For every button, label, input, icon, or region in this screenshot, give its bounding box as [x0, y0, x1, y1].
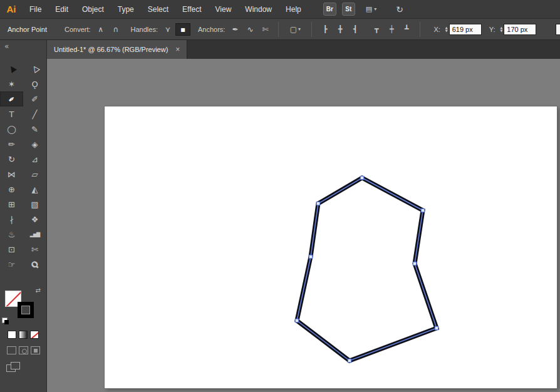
- direct-selection-tool-icon: ▷: [29, 64, 40, 75]
- tool-gradient[interactable]: ▧: [23, 197, 46, 212]
- tool-curvature[interactable]: ✐: [23, 91, 46, 106]
- anchors-button-group: ✒∿✄: [227, 23, 272, 36]
- tool-width[interactable]: ⋈: [0, 167, 23, 182]
- tool-perspective-grid[interactable]: ◭: [23, 182, 46, 197]
- menu-type[interactable]: Type: [111, 0, 141, 19]
- default-fill-stroke-button[interactable]: [2, 317, 8, 323]
- convert-to-corner-button[interactable]: ∧: [93, 23, 108, 36]
- tool-direct-selection[interactable]: ▷: [23, 61, 46, 76]
- menu-file[interactable]: File: [23, 0, 48, 19]
- align-vertical-center-button[interactable]: ┿: [384, 23, 399, 36]
- tool-line-segment[interactable]: ╱: [23, 106, 46, 121]
- draw-behind-button[interactable]: [19, 346, 28, 354]
- color-button[interactable]: [8, 331, 16, 339]
- cc-sync-icon[interactable]: ↻: [396, 4, 403, 14]
- hide-handles-button[interactable]: ⋎: [160, 23, 175, 36]
- anchor-point[interactable]: [295, 319, 299, 322]
- y-label: Y:: [489, 26, 495, 33]
- close-icon[interactable]: ×: [175, 45, 180, 54]
- tool-artboard[interactable]: ⊡: [0, 242, 23, 257]
- align-horizontal-center-button[interactable]: ╋: [333, 23, 348, 36]
- curvature-tool-icon: ✐: [31, 95, 38, 104]
- convert-to-smooth-button[interactable]: ∩: [108, 23, 123, 36]
- tool-blend[interactable]: ❖: [23, 212, 46, 227]
- none-button[interactable]: [30, 331, 39, 339]
- connect-endpoints-button[interactable]: ∿: [242, 23, 257, 36]
- screen-mode-button[interactable]: [6, 362, 21, 373]
- anchor-point[interactable]: [360, 176, 364, 180]
- menu-object[interactable]: Object: [75, 0, 111, 19]
- tool-eraser[interactable]: ◈: [23, 137, 46, 152]
- anchor-point[interactable]: [435, 326, 438, 330]
- align-horizontal-left-icon: ┣: [323, 25, 328, 33]
- tool-column-graph[interactable]: ▂▅▇: [23, 227, 46, 242]
- gradient-button[interactable]: [19, 331, 28, 339]
- anchor-point[interactable]: [421, 209, 425, 212]
- tools-panel: ▶▷✶Ǫ✒✐T╱◯✎✏◈↻⊿⋈▱⊕◭⊞▧∤❖♨▂▅▇⊡✄☞Ϙ ⇄: [0, 59, 47, 392]
- isolation-mode-button[interactable]: ▢ ▾: [284, 23, 306, 36]
- main-area: ▶▷✶Ǫ✒✐T╱◯✎✏◈↻⊿⋈▱⊕◭⊞▧∤❖♨▂▅▇⊡✄☞Ϙ ⇄: [0, 59, 560, 392]
- tool-slice[interactable]: ✄: [23, 242, 46, 257]
- tool-free-transform[interactable]: ▱: [23, 167, 46, 182]
- document-tab[interactable]: Untitled-1* @ 66.67% (RGB/Preview) ×: [47, 40, 187, 59]
- align-horizontal-left-button[interactable]: ┣: [318, 23, 333, 36]
- tool-magic-wand[interactable]: ✶: [0, 76, 23, 91]
- align-vertical-bottom-button[interactable]: ┻: [399, 23, 414, 36]
- y-stepper[interactable]: ▲ ▼: [500, 26, 502, 33]
- tool-shape-builder[interactable]: ⊕: [0, 182, 23, 197]
- menu-help[interactable]: Help: [279, 0, 308, 19]
- tool-lasso[interactable]: Ǫ: [23, 76, 46, 91]
- handles-button-group: ⋎▪: [160, 23, 190, 36]
- path-artwork[interactable]: [47, 59, 560, 392]
- panel-collapse-button[interactable]: «: [0, 40, 47, 59]
- tool-hand[interactable]: ☞: [0, 257, 23, 272]
- anchor-point[interactable]: [413, 262, 417, 266]
- menu-edit[interactable]: Edit: [48, 0, 75, 19]
- tool-rotate[interactable]: ↻: [0, 152, 23, 167]
- x-position-field[interactable]: [449, 24, 482, 35]
- app-logo-icon[interactable]: Ai: [0, 4, 23, 14]
- tool-scale[interactable]: ⊿: [23, 152, 46, 167]
- stepper-down-icon[interactable]: ▼: [500, 29, 502, 33]
- menu-view[interactable]: View: [209, 0, 239, 19]
- align-vertical-top-button[interactable]: ┳: [369, 23, 384, 36]
- draw-inside-button[interactable]: [31, 346, 40, 354]
- menu-effect[interactable]: Effect: [175, 0, 208, 19]
- magic-wand-tool-icon: ✶: [8, 80, 15, 89]
- tool-selection[interactable]: ▶: [0, 61, 23, 76]
- cut-path-button[interactable]: ✄: [257, 23, 272, 36]
- tool-eyedropper[interactable]: ∤: [0, 212, 23, 227]
- tool-mesh[interactable]: ⊞: [0, 197, 23, 212]
- anchor-point[interactable]: [316, 202, 320, 205]
- fill-stroke-indicator: ⇄: [0, 289, 46, 323]
- anchor-point[interactable]: [348, 359, 351, 363]
- menu-window[interactable]: Window: [238, 0, 279, 19]
- separator: [278, 22, 279, 37]
- canvas[interactable]: [47, 59, 560, 392]
- convert-to-smooth-icon: ∩: [113, 25, 118, 34]
- tool-pencil[interactable]: ✏: [0, 137, 23, 152]
- menu-select[interactable]: Select: [141, 0, 175, 19]
- tool-zoom[interactable]: Ϙ: [23, 257, 46, 272]
- illustrator-window: Ai FileEditObjectTypeSelectEffectViewWin…: [0, 0, 560, 392]
- swap-fill-stroke-icon[interactable]: ⇄: [36, 287, 41, 294]
- stroke-swatch[interactable]: [18, 302, 34, 318]
- show-handles-button[interactable]: ▪: [175, 23, 190, 36]
- tool-type[interactable]: T: [0, 106, 23, 121]
- tool-ellipse[interactable]: ◯: [0, 121, 23, 137]
- tool-pen[interactable]: ✒: [0, 91, 23, 106]
- align-horizontal-right-button[interactable]: ┫: [348, 23, 363, 36]
- stock-button[interactable]: St: [342, 3, 355, 16]
- bridge-button[interactable]: Br: [323, 3, 336, 16]
- pen-tool-icon: ✒: [6, 93, 18, 105]
- y-position-field[interactable]: [504, 24, 536, 35]
- remove-anchor-button[interactable]: ✒: [227, 23, 242, 36]
- x-stepper[interactable]: ▲ ▼: [445, 26, 448, 33]
- stepper-down-icon[interactable]: ▼: [445, 29, 448, 33]
- anchor-point[interactable]: [309, 255, 313, 259]
- tool-paintbrush[interactable]: ✎: [23, 121, 46, 137]
- w-field-partial[interactable]: [556, 24, 560, 35]
- tool-symbol-sprayer[interactable]: ♨: [0, 227, 23, 242]
- draw-normal-button[interactable]: [7, 346, 16, 354]
- workspace-switcher[interactable]: ▤ ▾: [366, 5, 376, 13]
